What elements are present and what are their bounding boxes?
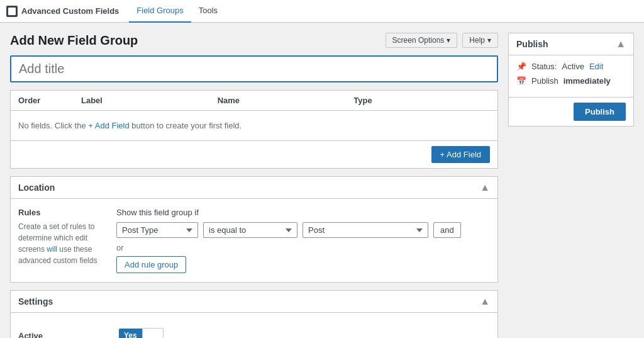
top-row: Add New Field Group Screen Options ▾ Hel… xyxy=(10,33,498,48)
rule-col3-select[interactable]: Post xyxy=(303,222,428,238)
admin-bar: Advanced Custom Fields Field Groups Tool… xyxy=(0,0,644,23)
location-rules-label: Rules Create a set of rules to determine… xyxy=(18,208,106,273)
fields-panel: Order Label Name Type No fields. Click t… xyxy=(10,90,498,169)
will-link[interactable]: will xyxy=(47,245,57,254)
settings-section-title: Settings xyxy=(18,296,53,307)
add-rule-group-button[interactable]: Add rule group xyxy=(116,256,186,273)
publish-label: Publish xyxy=(531,76,558,86)
publish-timing-row: 📅 Publish immediately xyxy=(516,76,626,86)
add-field-button[interactable]: + Add Field xyxy=(431,146,490,163)
publish-body: 📌 Status: Active Edit 📅 Publish immediat… xyxy=(509,55,633,97)
col-type: Type xyxy=(353,96,490,105)
status-label: Status: xyxy=(531,62,557,71)
active-setting-row: Active Yes xyxy=(18,322,490,338)
rule-col1-select[interactable]: Post Type xyxy=(116,222,198,238)
settings-toggle-icon[interactable]: ▲ xyxy=(480,296,490,307)
fields-footer: + Add Field xyxy=(11,140,497,168)
plugin-logo: Advanced Custom Fields xyxy=(6,6,119,17)
publish-button[interactable]: Publish xyxy=(574,103,626,121)
fields-empty: No fields. Click the + Add Field button … xyxy=(11,111,497,140)
toggle-yes-button[interactable]: Yes xyxy=(119,329,142,338)
status-icon: 📌 xyxy=(516,62,526,71)
or-label: or xyxy=(116,243,490,252)
location-panel: Location ▲ Rules Create a set of rules t… xyxy=(10,176,498,283)
page-title: Add New Field Group xyxy=(10,33,138,48)
fields-table-header: Order Label Name Type xyxy=(11,91,497,111)
location-grid: Rules Create a set of rules to determine… xyxy=(18,208,490,273)
calendar-icon: 📅 xyxy=(516,76,526,86)
toggle-wrapper: Yes xyxy=(119,328,490,338)
and-button[interactable]: and xyxy=(433,222,461,238)
location-section-body: Rules Create a set of rules to determine… xyxy=(11,199,497,282)
location-toggle-icon[interactable]: ▲ xyxy=(480,182,490,193)
settings-section-header: Settings ▲ xyxy=(11,291,497,313)
publish-footer: Publish xyxy=(509,97,633,126)
status-row: 📌 Status: Active Edit xyxy=(516,62,626,71)
chevron-down-icon: ▾ xyxy=(487,36,491,45)
toggle-no-button[interactable] xyxy=(142,328,164,338)
nav-tabs: Field Groups Tools xyxy=(129,0,225,23)
add-field-inline-link[interactable]: + Add Field xyxy=(88,121,129,130)
page-wrap: Add New Field Group Screen Options ▾ Hel… xyxy=(0,23,644,338)
title-input[interactable] xyxy=(10,55,498,82)
top-actions: Screen Options ▾ Help ▾ xyxy=(386,33,498,48)
main-content: Add New Field Group Screen Options ▾ Hel… xyxy=(10,33,498,338)
location-section-header: Location ▲ xyxy=(11,177,497,199)
rule-col2-select[interactable]: is equal to xyxy=(203,222,297,238)
col-name: Name xyxy=(218,96,354,105)
publish-panel: Publish ▲ 📌 Status: Active Edit 📅 Publis… xyxy=(508,33,634,127)
rules-description: Create a set of rules to determine which… xyxy=(18,221,106,266)
publish-header: Publish ▲ xyxy=(509,33,633,55)
sidebar: Publish ▲ 📌 Status: Active Edit 📅 Publis… xyxy=(508,33,634,338)
location-section-title: Location xyxy=(18,183,55,193)
status-edit-link[interactable]: Edit xyxy=(589,62,603,71)
status-value: Active xyxy=(562,62,584,71)
settings-section-body: Active Yes Style Standard (WP metabox) xyxy=(11,313,497,338)
plugin-name: Advanced Custom Fields xyxy=(21,6,119,16)
publish-toggle-icon[interactable]: ▲ xyxy=(616,38,626,50)
publish-timing: immediately xyxy=(564,76,611,86)
publish-title: Publish xyxy=(516,39,548,49)
help-button[interactable]: Help ▾ xyxy=(462,33,498,48)
col-order: Order xyxy=(18,96,81,105)
location-rules-content: Show this field group if Post Type is eq… xyxy=(116,208,490,273)
show-if-label: Show this field group if xyxy=(116,208,490,217)
rule-row: Post Type is equal to Post and xyxy=(116,222,490,238)
screen-options-button[interactable]: Screen Options ▾ xyxy=(386,33,458,48)
nav-tab-tools[interactable]: Tools xyxy=(191,0,225,23)
col-label: Label xyxy=(81,96,218,105)
nav-tab-field-groups[interactable]: Field Groups xyxy=(129,0,191,23)
logo-icon xyxy=(6,6,18,17)
rules-label: Rules xyxy=(18,208,106,217)
active-control: Yes xyxy=(119,328,490,338)
settings-panel: Settings ▲ Active Yes Style xyxy=(10,290,498,338)
active-label: Active xyxy=(18,331,119,339)
chevron-down-icon: ▾ xyxy=(447,36,450,45)
svg-rect-0 xyxy=(8,8,16,15)
